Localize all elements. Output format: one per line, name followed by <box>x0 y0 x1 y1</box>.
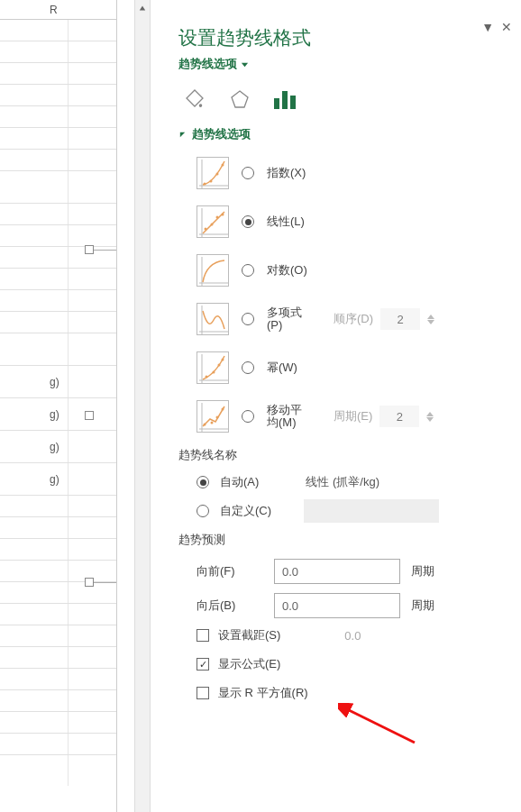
table-row[interactable] <box>0 669 117 690</box>
table-row[interactable] <box>0 712 117 734</box>
trendline-polynomial-option[interactable]: 多项式(P) 顺序(D) <box>197 301 508 337</box>
table-row[interactable] <box>0 41 117 63</box>
table-row[interactable] <box>0 204 117 225</box>
panel-subtitle-dropdown[interactable]: 趋势线选项 <box>178 56 508 72</box>
set-intercept-row[interactable]: 设置截距(S) 0.0 <box>197 627 508 643</box>
table-row[interactable] <box>0 539 117 561</box>
svg-point-33 <box>211 422 214 424</box>
table-row[interactable]: g) <box>0 463 117 496</box>
table-row[interactable] <box>0 20 117 41</box>
ma-period-label: 周期(E) <box>334 408 372 424</box>
option-label: 移动平均(M) <box>267 404 310 430</box>
name-auto-label: 自动(A) <box>220 474 259 490</box>
forecast-backward-input[interactable] <box>274 593 400 618</box>
svg-point-18 <box>216 216 219 219</box>
forecast-forward-input[interactable] <box>274 559 400 584</box>
svg-rect-3 <box>274 98 279 109</box>
table-row[interactable] <box>0 312 117 333</box>
trendline-options-section[interactable]: 趋势线选项 <box>178 126 508 142</box>
table-row[interactable] <box>0 625 117 647</box>
table-row[interactable] <box>0 225 117 247</box>
radio-name-auto[interactable] <box>197 476 209 488</box>
svg-point-27 <box>213 371 215 374</box>
scroll-up-button[interactable] <box>135 0 150 16</box>
column-header[interactable]: R <box>0 0 117 20</box>
stepper <box>427 315 434 324</box>
table-row[interactable] <box>0 517 117 539</box>
table-row[interactable] <box>0 734 117 755</box>
trendline-logarithmic-option[interactable]: 对数(O) <box>197 252 508 288</box>
table-row[interactable] <box>0 290 117 312</box>
close-button[interactable]: ✕ <box>501 20 512 34</box>
svg-marker-0 <box>140 6 145 11</box>
forecast-unit: 周期 <box>411 598 434 614</box>
display-r2-row[interactable]: 显示 R 平方值(R) <box>197 685 508 701</box>
collapse-button[interactable]: ▼ <box>481 20 494 34</box>
table-row[interactable] <box>0 647 117 669</box>
table-row[interactable] <box>0 561 117 582</box>
option-label: 多项式(P) <box>267 306 310 333</box>
table-row[interactable] <box>0 106 117 128</box>
selection-handle[interactable] <box>85 578 94 587</box>
table-row[interactable] <box>0 128 117 150</box>
table-row[interactable]: g) <box>0 431 117 463</box>
checkbox-set-intercept[interactable] <box>197 629 209 642</box>
svg-point-19 <box>222 214 224 216</box>
selection-handle[interactable] <box>85 411 94 420</box>
fill-line-tab[interactable] <box>182 87 207 112</box>
radio-moving-average[interactable] <box>242 410 254 423</box>
table-row[interactable] <box>0 150 117 171</box>
table-row[interactable] <box>0 333 117 366</box>
trendline-moving-average-option[interactable]: 移动平均(M) 周期(E) <box>197 398 508 434</box>
checkbox-display-equation[interactable] <box>197 658 209 671</box>
stepper <box>426 412 434 422</box>
polynomial-icon <box>197 303 229 335</box>
section-label: 趋势线选项 <box>192 126 251 142</box>
svg-line-15 <box>203 212 224 233</box>
name-custom-row[interactable]: 自定义(C) <box>197 499 508 523</box>
table-row[interactable] <box>0 85 117 106</box>
trendline-exponential-option[interactable]: 指数(X) <box>197 155 508 191</box>
radio-logarithmic[interactable] <box>242 264 254 277</box>
table-row[interactable]: g) <box>0 398 117 431</box>
poly-order-label: 顺序(D) <box>334 311 373 327</box>
trendline-power-option[interactable]: 幂(W) <box>197 350 508 386</box>
table-row[interactable] <box>0 690 117 712</box>
selection-handle[interactable] <box>85 245 94 254</box>
svg-marker-2 <box>232 91 248 107</box>
radio-exponential[interactable] <box>242 167 254 179</box>
table-row[interactable] <box>0 171 117 204</box>
effects-tab[interactable] <box>227 87 252 112</box>
table-row[interactable] <box>0 269 117 290</box>
option-label: 幂(W) <box>267 360 297 376</box>
table-row[interactable] <box>0 63 117 85</box>
forecast-label: 趋势预测 <box>178 532 508 548</box>
name-auto-row[interactable]: 自动(A) 线性 (抓举/kg) <box>197 474 508 490</box>
set-intercept-label: 设置截距(S) <box>218 627 280 643</box>
spreadsheet-border <box>116 0 117 812</box>
name-custom-input[interactable] <box>304 499 439 523</box>
table-row[interactable] <box>0 604 117 625</box>
svg-point-34 <box>216 416 219 419</box>
option-label: 线性(L) <box>267 214 305 230</box>
trendline-options-tab[interactable] <box>272 87 297 112</box>
trendline-linear-option[interactable]: 线性(L) <box>197 204 508 240</box>
radio-linear[interactable] <box>242 215 254 228</box>
table-row[interactable] <box>0 582 117 604</box>
svg-point-17 <box>211 224 214 226</box>
table-row[interactable] <box>0 496 117 517</box>
vertical-scrollbar[interactable] <box>134 0 151 812</box>
checkbox-display-r2[interactable] <box>197 687 209 699</box>
display-equation-row[interactable]: 显示公式(E) <box>197 656 508 672</box>
table-row[interactable]: g) <box>0 366 117 398</box>
radio-power[interactable] <box>242 361 254 374</box>
svg-point-35 <box>222 408 224 411</box>
panel-title: 设置趋势线格式 <box>178 25 508 50</box>
radio-polynomial[interactable] <box>242 313 254 325</box>
ma-period-input <box>379 406 419 427</box>
radio-name-custom[interactable] <box>197 505 209 517</box>
svg-point-9 <box>204 183 206 186</box>
exponential-icon <box>197 157 229 189</box>
name-auto-value: 线性 (抓举/kg) <box>306 474 379 490</box>
power-icon <box>197 351 229 384</box>
